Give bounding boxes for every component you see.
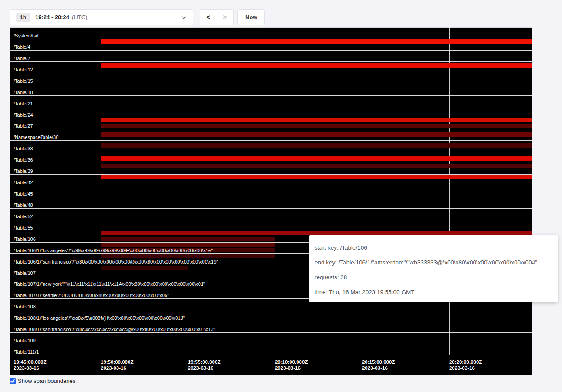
span-boundary-line: [10, 129, 532, 129]
span-label: /Table/107: [14, 270, 36, 276]
span-label: /Table/52: [14, 214, 33, 219]
heat-band: [101, 39, 532, 44]
now-button[interactable]: Now: [237, 9, 265, 25]
tooltip-start-key: start key: /Table/106: [315, 244, 552, 252]
heat-band: [101, 164, 532, 168]
heat-band: [101, 124, 532, 128]
time-gridline: [449, 27, 450, 355]
time-range-selector[interactable]: 1h 19:24 - 20:24 (UTC): [10, 9, 193, 25]
time-axis-label: 20:15:00.000Z2023-03-16: [362, 359, 395, 371]
prev-time-button[interactable]: <: [200, 10, 217, 25]
span-boundary-line: [10, 321, 532, 321]
span-boundary-line: [10, 50, 532, 51]
span-label: /Table/109: [14, 338, 36, 343]
span-label: /Table/48: [14, 203, 33, 208]
chevron-down-icon: [181, 16, 186, 19]
span-label: /Table/108/1/"san francisco"/"\x8c\xcc\x…: [14, 327, 215, 332]
heat-band: [101, 118, 532, 122]
span-boundary-line: [10, 61, 532, 62]
span-label: /System/tsd: [14, 33, 38, 38]
span-label: /Table/4: [14, 44, 30, 50]
span-boundary-line: [10, 197, 532, 197]
span-boundary-line: [10, 332, 532, 333]
span-label: /Table/42: [14, 180, 33, 185]
timezone-label: (UTC): [72, 14, 87, 20]
heat-band: [101, 266, 188, 270]
heat-band: [101, 63, 532, 68]
span-label: /Table/107/1/"new york"/"\x11\x11\x11\x1…: [14, 281, 205, 287]
span-boundary-line: [10, 27, 532, 28]
span-label: /Table/15: [14, 78, 33, 84]
span-label: /Table/107/1/"seattle"/"UUUUUUD\x00\x80\…: [14, 293, 169, 298]
span-label: /Table/12: [14, 67, 33, 72]
heatmap-canvas[interactable]: 19:45:00.000Z2023-03-1619:50:00.000Z2023…: [10, 27, 532, 375]
heat-band: [101, 243, 275, 247]
span-label: /Table/108: [14, 304, 36, 309]
heat-band: [101, 231, 532, 235]
span-label: /Table/111/1: [14, 349, 39, 355]
heat-band: [101, 237, 275, 241]
time-gridline: [188, 27, 188, 355]
span-boundary-line: [10, 73, 532, 73]
span-boundary-line: [10, 140, 532, 141]
footer-controls: Show span boundaries: [10, 378, 75, 384]
span-boundary-line: [10, 84, 532, 84]
span-label: /Table/108/1/"los angeles"/"\xa8\xf5\u00…: [14, 315, 185, 321]
span-label: /Table/33: [14, 146, 33, 151]
time-nav-group: < >: [200, 9, 234, 25]
time-range-label: 19:24 - 20:24: [35, 14, 69, 20]
show-span-boundaries-checkbox[interactable]: [10, 378, 16, 384]
span-label: /Table/55: [14, 225, 33, 230]
time-gridline: [275, 27, 275, 355]
span-tooltip: start key: /Table/106 end key: /Table/10…: [309, 235, 558, 302]
heat-band: [101, 156, 532, 161]
span-label: /Table/36: [14, 157, 33, 162]
heat-band: [101, 254, 275, 258]
span-label: /Table/106/1/"los angeles"/"\x99\x99\x99…: [14, 248, 213, 253]
span-label: /Table/39: [14, 169, 33, 174]
span-boundary-line: [10, 208, 532, 209]
span-boundary-line: [10, 163, 532, 163]
span-label: /Table/45: [14, 191, 33, 196]
span-boundary-line: [10, 152, 532, 152]
span-label: /Table/7: [14, 56, 30, 61]
time-gridline: [362, 27, 362, 355]
span-label: /NamespaceTable/30: [14, 135, 58, 140]
span-boundary-line: [10, 310, 532, 310]
time-axis-label: 19:45:00.000Z2023-03-16: [14, 359, 46, 371]
time-axis-label: 19:55:00.000Z2023-03-16: [188, 359, 220, 371]
heat-band: [101, 143, 532, 148]
span-boundary-line: [10, 186, 532, 186]
span-boundary-line: [10, 355, 532, 355]
span-boundary-line: [10, 220, 532, 220]
time-axis-label: 19:50:00.000Z2023-03-16: [101, 359, 133, 371]
heat-band: [101, 175, 532, 179]
span-label: /Table/106: [14, 237, 36, 242]
tooltip-end-key: end key: /Table/106/1/"amsterdam"/"\xb33…: [315, 259, 552, 267]
span-label: /Table/24: [14, 112, 33, 118]
span-label: /Table/21: [14, 101, 33, 106]
time-axis-label: 20:20:00.000Z2023-03-16: [449, 359, 482, 371]
time-gridline: [101, 27, 101, 355]
time-axis-label: 20:10:00.000Z2023-03-16: [275, 359, 308, 371]
heat-band: [101, 132, 532, 137]
span-boundary-line: [10, 107, 532, 107]
time-window-badge: 1h: [16, 13, 30, 22]
span-boundary-line: [10, 95, 532, 96]
tooltip-time: time: Thu, 16 Mar 2023 19:55:00 GMT: [315, 288, 552, 296]
tooltip-requests: requests: 28: [315, 274, 552, 281]
span-label: /Table/106/1/"san francisco"/"\x80\x00\x…: [14, 259, 218, 264]
next-time-button[interactable]: >: [217, 10, 233, 25]
span-label: /Table/27: [14, 123, 33, 128]
show-span-boundaries-label[interactable]: Show span boundaries: [18, 378, 75, 384]
span-boundary-line: [10, 344, 532, 344]
span-label: /Table/18: [14, 90, 33, 95]
